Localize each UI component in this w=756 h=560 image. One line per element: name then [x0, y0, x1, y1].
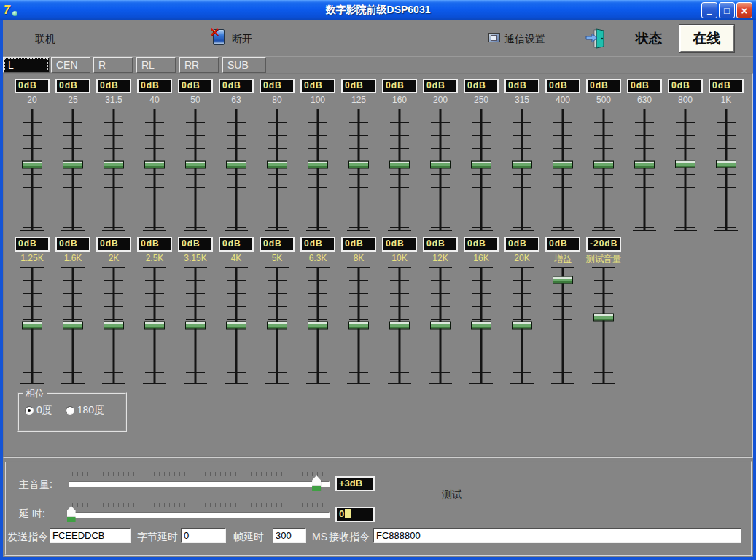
slider-thumb[interactable]	[471, 161, 491, 169]
slider-thumb[interactable]	[22, 161, 42, 169]
frame-delay-input[interactable]	[273, 528, 306, 543]
freq-label: 800	[678, 95, 693, 106]
radio-icon[interactable]	[66, 406, 74, 415]
slider-thumb[interactable]	[553, 161, 573, 169]
freq-label: 160	[392, 95, 407, 106]
slider-thumb[interactable]	[144, 161, 165, 169]
eq-slider[interactable]	[428, 109, 453, 231]
slider-thumb[interactable]	[267, 322, 287, 330]
eq-channel: 0dB1.6K	[52, 237, 93, 384]
slider-thumb[interactable]	[104, 161, 124, 169]
slider-thumb[interactable]	[226, 322, 246, 330]
eq-slider[interactable]	[101, 267, 126, 384]
eq-slider[interactable]	[550, 109, 575, 231]
connect-button[interactable]: 联机	[35, 33, 55, 46]
slider-thumb[interactable]	[63, 322, 83, 330]
eq-slider[interactable]	[101, 109, 126, 231]
slider-thumb[interactable]	[63, 161, 83, 169]
eq-slider[interactable]	[20, 267, 44, 384]
eq-slider[interactable]	[265, 109, 289, 231]
eq-slider[interactable]	[591, 109, 616, 231]
eq-slider[interactable]	[224, 267, 249, 384]
slider-thumb[interactable]	[593, 161, 614, 169]
eq-slider[interactable]	[510, 109, 534, 231]
slider-track[interactable]	[69, 481, 330, 487]
slider-thumb[interactable]	[430, 322, 451, 330]
radio-icon[interactable]	[25, 406, 34, 415]
slider-track[interactable]	[69, 512, 330, 518]
slider-thumb[interactable]	[389, 161, 410, 169]
tab-cen[interactable]: CEN	[51, 57, 90, 73]
comm-settings-button[interactable]: 通信设置	[504, 33, 545, 46]
slider-thumb[interactable]	[22, 322, 42, 330]
phase-option[interactable]: 180度	[66, 404, 104, 417]
eq-slider[interactable]	[346, 109, 371, 231]
eq-slider[interactable]	[428, 267, 453, 384]
delay-slider[interactable]	[69, 502, 330, 524]
eq-slider[interactable]	[265, 267, 289, 384]
eq-slider[interactable]	[387, 109, 412, 231]
slider-thumb[interactable]	[389, 322, 410, 330]
maximize-button[interactable]: □	[719, 2, 735, 18]
eq-slider[interactable]	[550, 267, 575, 384]
eq-slider[interactable]	[673, 109, 698, 231]
receive-command-input[interactable]	[373, 528, 741, 543]
slider-thumb[interactable]	[185, 161, 206, 169]
delay-thumb[interactable]	[67, 506, 76, 522]
send-command-input[interactable]	[50, 528, 131, 543]
eq-slider[interactable]	[305, 267, 330, 384]
eq-slider[interactable]	[469, 267, 494, 384]
eq-slider[interactable]	[346, 267, 371, 384]
slider-thumb[interactable]	[716, 160, 736, 168]
slider-thumb[interactable]	[634, 161, 655, 169]
slider-thumb[interactable]	[512, 322, 532, 330]
eq-slider[interactable]	[20, 109, 44, 231]
eq-slider[interactable]	[387, 267, 412, 384]
eq-slider[interactable]	[224, 109, 249, 231]
slider-thumb[interactable]	[144, 322, 165, 330]
exit-door-icon[interactable]	[585, 28, 607, 50]
slider-thumb[interactable]	[348, 322, 369, 330]
eq-slider[interactable]	[305, 109, 330, 231]
db-value-display: 0dB	[300, 79, 335, 93]
byte-delay-input[interactable]	[181, 528, 226, 543]
eq-slider[interactable]	[510, 267, 534, 384]
eq-slider[interactable]	[142, 267, 167, 384]
eq-slider[interactable]	[183, 109, 208, 231]
eq-slider[interactable]	[61, 109, 85, 231]
tab-r[interactable]: R	[93, 57, 133, 73]
eq-slider[interactable]	[632, 109, 657, 231]
slider-thumb[interactable]	[675, 160, 695, 168]
db-value-display: 0dB	[96, 237, 131, 252]
slider-thumb[interactable]	[348, 161, 369, 169]
tab-l[interactable]: L	[3, 57, 50, 73]
eq-slider[interactable]	[469, 109, 494, 231]
slider-thumb[interactable]	[471, 322, 491, 330]
slider-thumb[interactable]	[308, 161, 328, 169]
slider-thumb[interactable]	[226, 161, 246, 169]
slider-thumb[interactable]	[430, 161, 451, 169]
slider-thumb[interactable]	[512, 161, 532, 169]
tab-sub[interactable]: SUB	[222, 57, 266, 73]
slider-thumb[interactable]	[308, 322, 328, 330]
eq-slider[interactable]	[61, 267, 85, 384]
slider-thumb[interactable]	[104, 322, 124, 330]
freq-label: 2K	[109, 253, 120, 265]
slider-thumb[interactable]	[267, 161, 287, 169]
slider-thumb[interactable]	[593, 313, 614, 321]
slider-thumb[interactable]	[185, 322, 206, 330]
eq-slider[interactable]	[183, 267, 208, 384]
eq-slider[interactable]	[714, 109, 739, 231]
master-volume-thumb[interactable]	[312, 475, 321, 491]
master-volume-slider[interactable]	[69, 471, 330, 493]
eq-slider[interactable]	[142, 109, 167, 231]
disconnect-button[interactable]: 断开	[232, 33, 252, 46]
tab-rl[interactable]: RL	[136, 57, 176, 73]
tab-rr[interactable]: RR	[179, 57, 219, 73]
close-button[interactable]: ×	[736, 2, 752, 18]
online-status-button[interactable]: 在线	[679, 25, 734, 52]
minimize-button[interactable]: –	[701, 2, 717, 18]
eq-slider[interactable]	[591, 267, 616, 384]
phase-option[interactable]: 0度	[25, 404, 52, 417]
slider-thumb[interactable]	[553, 276, 573, 284]
